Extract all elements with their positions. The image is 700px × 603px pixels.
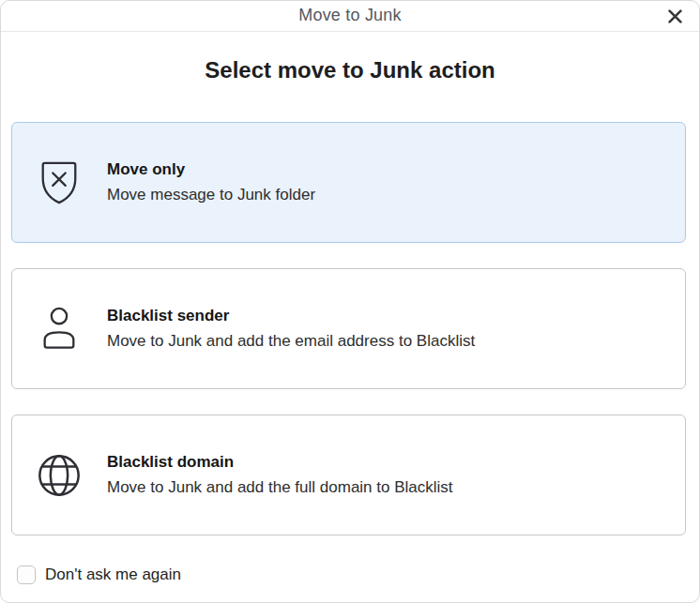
options-list: Move only Move message to Junk folder Bl…: [1, 83, 699, 535]
option-title: Blacklist domain: [107, 453, 453, 472]
option-text: Blacklist sender Move to Junk and add th…: [107, 307, 475, 351]
page-title: Select move to Junk action: [1, 57, 699, 83]
option-description: Move to Junk and add the email address t…: [107, 332, 475, 351]
option-description: Move message to Junk folder: [107, 186, 315, 204]
option-card-move-only[interactable]: Move only Move message to Junk folder: [11, 122, 686, 243]
option-card-blacklist-domain[interactable]: Blacklist domain Move to Junk and add th…: [11, 415, 686, 535]
person-icon: [36, 306, 83, 353]
move-to-junk-dialog: Move to Junk Select move to Junk action: [0, 0, 700, 603]
dont-ask-again-row: Don't ask me again: [17, 565, 699, 584]
globe-icon: [36, 453, 83, 498]
option-text: Move only Move message to Junk folder: [107, 160, 315, 204]
dont-ask-again-label: Don't ask me again: [45, 565, 181, 584]
option-title: Move only: [107, 160, 315, 179]
option-text: Blacklist domain Move to Junk and add th…: [107, 453, 453, 497]
dialog-title: Move to Junk: [298, 1, 401, 30]
shield-x-icon: [36, 158, 83, 207]
dont-ask-again-checkbox[interactable]: [17, 565, 36, 584]
option-card-blacklist-sender[interactable]: Blacklist sender Move to Junk and add th…: [11, 268, 686, 389]
option-title: Blacklist sender: [107, 307, 475, 325]
dialog-header: Move to Junk: [1, 1, 699, 32]
close-icon: [668, 9, 682, 26]
option-description: Move to Junk and add the full domain to …: [107, 478, 453, 497]
close-button[interactable]: [664, 8, 685, 28]
